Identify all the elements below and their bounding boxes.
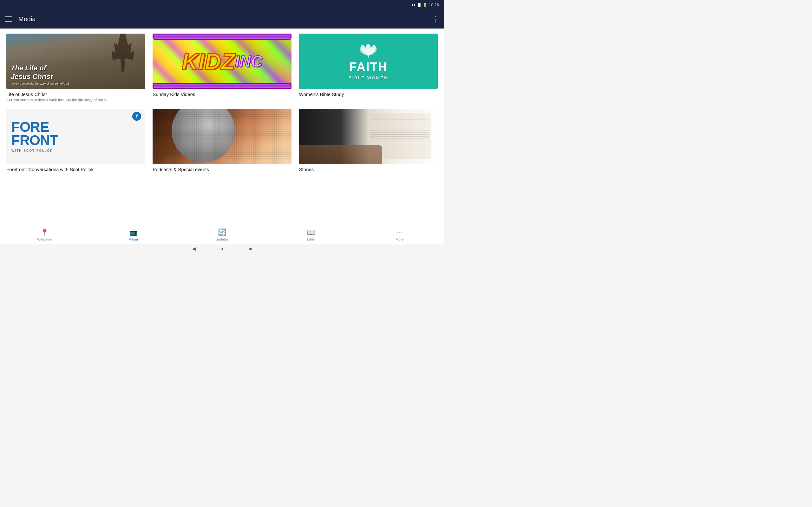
status-time: 10:26 bbox=[428, 3, 439, 7]
media-card-sunday-kids[interactable]: KIDZ INC Sunday Kids Videos bbox=[153, 34, 291, 102]
faith-subtitle: BIBLE WOMEN bbox=[349, 75, 388, 80]
nav-label-updates: Updates bbox=[216, 237, 229, 241]
forefront-f-icon: f bbox=[132, 112, 141, 121]
card-title-podcasts: Podcasts & Special events bbox=[153, 167, 291, 172]
media-thumb-stories bbox=[299, 109, 438, 164]
microphone-grid bbox=[153, 109, 291, 164]
nav-item-updates[interactable]: 🔄 Updates bbox=[209, 228, 235, 241]
battery-icon: 🔋 bbox=[423, 3, 427, 7]
jesus-card-sub: A walk through the life story of the Son… bbox=[11, 82, 141, 85]
home-button[interactable]: ● bbox=[221, 246, 223, 251]
media-card-podcasts[interactable]: Podcasts & Special events bbox=[153, 109, 291, 172]
welcome-icon: 📍 bbox=[40, 228, 49, 237]
pipe-top bbox=[153, 34, 291, 40]
bottom-nav: 📍 Welcome 📺 Media 🔄 Updates 📖 Bible ··· … bbox=[0, 225, 444, 244]
app-bar: Media ⋮ bbox=[0, 9, 444, 29]
forefront-front: FRONT bbox=[11, 134, 58, 147]
nav-item-media[interactable]: 📺 Media bbox=[120, 228, 146, 241]
hamburger-menu-button[interactable] bbox=[5, 16, 12, 21]
status-bar: ▾▾ ▐▌ 🔋 10:26 bbox=[0, 0, 444, 9]
nav-item-welcome[interactable]: 📍 Welcome bbox=[32, 228, 57, 241]
jesus-card-title: The Life ofJesus Christ bbox=[11, 64, 141, 81]
media-card-forefront[interactable]: f FORE FRONT WITH SCOT POLLOK Forefront:… bbox=[6, 109, 145, 172]
back-button[interactable]: ◀ bbox=[192, 246, 196, 251]
media-thumb-podcast bbox=[153, 109, 291, 164]
media-card-womens-bible[interactable]: FAITH BIBLE WOMEN Women's Bible Study bbox=[299, 34, 438, 102]
forefront-with-label: WITH SCOT POLLOK bbox=[11, 149, 53, 153]
pipe-bottom bbox=[153, 83, 291, 89]
app-bar-title: Media bbox=[18, 15, 36, 23]
card-subtitle-jesus: Current sermon series: A walk through th… bbox=[6, 98, 145, 102]
more-nav-icon: ··· bbox=[397, 228, 403, 237]
media-thumb-forefront: f FORE FRONT WITH SCOT POLLOK bbox=[6, 109, 145, 164]
nav-label-more: More bbox=[396, 237, 403, 241]
media-thumb-jesus: The Life ofJesus Christ A walk through t… bbox=[6, 34, 145, 89]
media-card-stories[interactable]: Stories bbox=[299, 109, 438, 172]
kidz-text: KIDZ INC bbox=[182, 50, 262, 73]
media-card-life-of-jesus[interactable]: The Life ofJesus Christ A walk through t… bbox=[6, 34, 145, 102]
kidz-label: KIDZ bbox=[182, 50, 235, 73]
media-thumb-faith: FAITH BIBLE WOMEN bbox=[299, 34, 438, 89]
faith-main-title: FAITH bbox=[349, 61, 387, 73]
nav-item-more[interactable]: ··· More bbox=[387, 228, 412, 241]
forefront-fore: FORE bbox=[11, 120, 58, 134]
nav-label-welcome: Welcome bbox=[37, 237, 52, 241]
signal-icon: ▐▌ bbox=[417, 3, 422, 7]
inc-label: INC bbox=[235, 54, 262, 69]
jesus-overlay: The Life ofJesus Christ A walk through t… bbox=[6, 34, 145, 89]
main-content: The Life ofJesus Christ A walk through t… bbox=[0, 29, 444, 225]
updates-icon: 🔄 bbox=[218, 228, 226, 237]
media-thumb-kidz: KIDZ INC bbox=[153, 34, 291, 89]
status-icons: ▾▾ ▐▌ 🔋 10:26 bbox=[412, 3, 439, 7]
nav-label-bible: Bible bbox=[307, 237, 315, 241]
app-bar-left: Media bbox=[5, 15, 36, 23]
recents-button[interactable]: ■ bbox=[249, 246, 252, 251]
card-title-forefront: Forefront: Conversations with Scot Pollo… bbox=[6, 167, 145, 172]
media-grid: The Life ofJesus Christ A walk through t… bbox=[6, 34, 438, 172]
nav-label-media: Media bbox=[129, 237, 138, 241]
nav-item-bible[interactable]: 📖 Bible bbox=[298, 228, 323, 241]
card-title-kidz: Sunday Kids Videos bbox=[153, 92, 291, 97]
more-options-button[interactable]: ⋮ bbox=[432, 15, 439, 23]
card-title-stories: Stories bbox=[299, 167, 438, 172]
card-title-faith: Women's Bible Study bbox=[299, 92, 438, 97]
card-title-jesus: Life of Jesus Christ bbox=[6, 92, 145, 97]
bible-icon: 📖 bbox=[307, 228, 315, 237]
faith-lotus-icon bbox=[359, 43, 378, 58]
system-nav: ◀ ● ■ bbox=[0, 244, 444, 253]
wifi-icon: ▾▾ bbox=[412, 3, 415, 7]
media-icon: 📺 bbox=[129, 228, 138, 237]
